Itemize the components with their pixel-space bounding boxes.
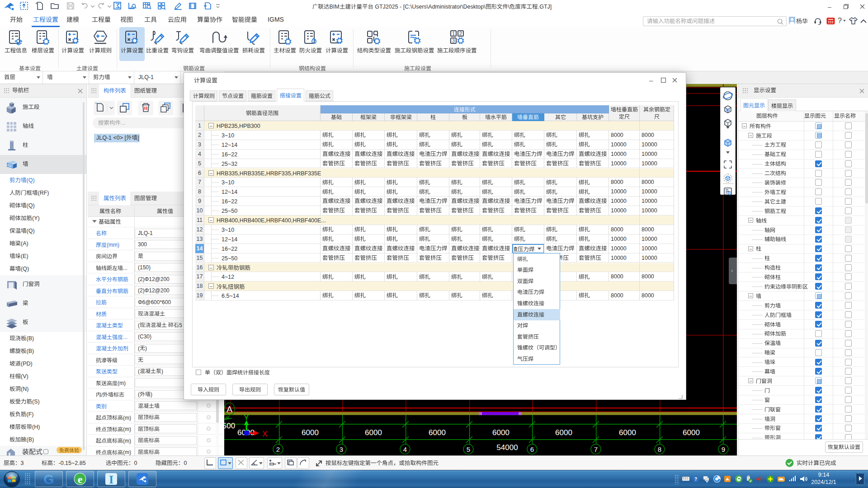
svg-text:G: G <box>43 472 54 486</box>
svg-text:?: ? <box>694 477 697 482</box>
svg-text:9: 9 <box>722 446 725 453</box>
svg-text:3: 3 <box>452 38 454 43</box>
svg-text:6000: 6000 <box>492 428 509 437</box>
svg-text:8: 8 <box>658 446 661 453</box>
svg-text:500: 500 <box>224 422 235 430</box>
svg-text:5: 5 <box>467 446 470 453</box>
svg-text:6000: 6000 <box>619 428 636 437</box>
svg-text:X: X <box>262 430 267 438</box>
svg-text:6: 6 <box>530 446 534 453</box>
svg-text:6000: 6000 <box>302 428 319 437</box>
svg-text:6000: 6000 <box>683 428 700 437</box>
svg-text:1: 1 <box>452 31 454 36</box>
svg-text:54000: 54000 <box>496 443 518 452</box>
svg-text:A: A <box>226 404 232 414</box>
svg-text:2: 2 <box>276 446 280 453</box>
svg-text:4: 4 <box>403 446 407 453</box>
svg-text:2: 2 <box>459 31 462 36</box>
svg-text:6000: 6000 <box>429 428 446 437</box>
svg-text:6000: 6000 <box>555 428 572 437</box>
svg-text:I: I <box>109 473 113 486</box>
svg-text:3: 3 <box>340 446 343 453</box>
svg-text:3D: 3D <box>726 108 730 112</box>
svg-text:e: e <box>78 474 83 485</box>
svg-text:7: 7 <box>594 446 598 453</box>
svg-text:6000: 6000 <box>365 428 382 437</box>
